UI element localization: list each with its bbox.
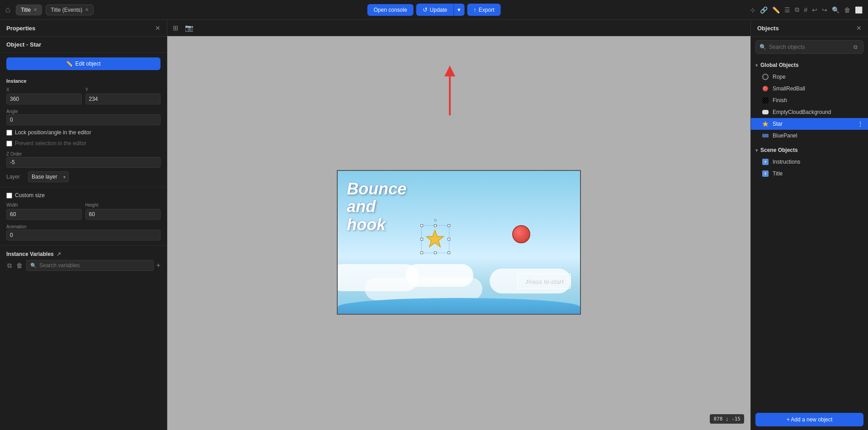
search-objects-bar: 🔍 ⧉ xyxy=(755,40,863,54)
object-item-finish-label: Finish xyxy=(773,97,854,104)
handle-rotate[interactable] xyxy=(434,219,437,222)
handle-tr[interactable] xyxy=(448,224,450,227)
handle-mr[interactable] xyxy=(448,238,450,241)
svg-marker-2 xyxy=(426,230,443,247)
blue-panel-icon xyxy=(762,132,769,139)
star-list-icon xyxy=(762,120,769,128)
width-field: Width xyxy=(6,203,82,220)
zorder-label: Z Order xyxy=(6,151,22,156)
objects-list: ▾ Global Objects Rope ⋮ SmallRedBall ⋮ xyxy=(751,57,868,409)
object-item-emptycloudbackground-label: EmptyCloudBackground xyxy=(773,109,854,115)
custom-size-row: Custom size xyxy=(0,190,167,201)
tab-events-close[interactable]: ✕ xyxy=(85,7,89,12)
handle-tm[interactable] xyxy=(434,224,437,227)
window-icon[interactable]: ⬜ xyxy=(855,6,863,14)
link-icon[interactable]: 🔗 xyxy=(760,6,768,14)
home-icon[interactable]: ⌂ xyxy=(5,5,10,14)
handle-br[interactable] xyxy=(448,251,450,254)
edit-object-button[interactable]: ✏️ Edit object xyxy=(6,57,160,70)
pointer-icon[interactable]: ⊹ xyxy=(750,6,755,14)
layers-icon[interactable]: ⧉ xyxy=(795,6,799,14)
x-input[interactable] xyxy=(6,94,82,104)
prevent-label: Prevent selection in the editor xyxy=(15,140,86,146)
game-canvas[interactable]: Bounce and hook xyxy=(337,170,581,315)
export-button[interactable]: ↑ Export xyxy=(467,4,500,16)
handle-ml[interactable] xyxy=(420,238,423,241)
hash-icon[interactable]: # xyxy=(804,6,807,14)
small-red-ball-icon xyxy=(762,85,769,92)
object-item-bluepanel[interactable]: BluePanel ⋮ xyxy=(751,130,868,142)
left-panel-close[interactable]: ✕ xyxy=(155,24,160,32)
global-objects-header[interactable]: ▾ Global Objects xyxy=(751,59,868,71)
canvas-wrapper: ⊞ 📷 Bounce xyxy=(167,20,750,430)
y-input[interactable] xyxy=(85,94,161,104)
y-label: Y xyxy=(85,87,161,92)
add-object-button[interactable]: + Add a new object xyxy=(755,413,863,426)
handle-tl[interactable] xyxy=(420,224,423,227)
tab-title[interactable]: Title ✕ xyxy=(16,5,42,15)
search-variables-input[interactable] xyxy=(39,262,150,269)
layer-text-label: Layer xyxy=(6,174,24,180)
object-item-rope[interactable]: Rope ⋮ xyxy=(751,71,868,83)
instructions-icon: T xyxy=(762,158,769,165)
angle-input[interactable] xyxy=(6,114,160,125)
pencil-icon[interactable]: ✏️ xyxy=(772,6,780,14)
redo-icon[interactable]: ↪ xyxy=(822,6,827,14)
camera-icon[interactable]: 📷 xyxy=(185,24,193,32)
right-panel-close[interactable]: ✕ xyxy=(856,24,862,32)
x-label: X xyxy=(6,87,82,92)
empty-cloud-icon xyxy=(762,109,769,116)
delete-icon[interactable]: 🗑 xyxy=(844,6,850,14)
update-button[interactable]: ↺ Update xyxy=(416,4,454,16)
search-scene-icon[interactable]: 🔍 xyxy=(832,6,840,14)
star-selection-box[interactable] xyxy=(421,225,449,253)
red-ball xyxy=(512,225,530,243)
lock-checkbox[interactable] xyxy=(6,130,12,136)
layer-select[interactable]: Base layer xyxy=(28,171,69,182)
toolbar-center: Open console ↺ Update ▾ ↑ Export xyxy=(368,4,501,16)
object-item-emptycloudbackground[interactable]: EmptyCloudBackground ⋮ xyxy=(751,106,868,118)
canvas-area[interactable]: Bounce and hook xyxy=(167,36,750,430)
object-item-finish[interactable]: Finish ⋮ xyxy=(751,95,868,106)
custom-size-checkbox[interactable] xyxy=(6,193,12,198)
object-item-star[interactable]: Star ⋮ xyxy=(751,118,868,130)
copy-var-button[interactable]: ⧉ xyxy=(6,261,13,270)
add-variable-button[interactable]: + xyxy=(156,261,160,269)
custom-size-label: Custom size xyxy=(15,192,45,198)
object-item-instructions[interactable]: T Instructions ⋮ xyxy=(751,156,868,168)
zorder-input[interactable] xyxy=(6,157,160,168)
zorder-field: Z Order xyxy=(0,149,167,170)
rope-icon xyxy=(762,73,769,80)
external-link-icon[interactable]: ↗ xyxy=(57,251,61,257)
search-objects-icon: 🔍 xyxy=(760,44,766,50)
search-objects-input[interactable] xyxy=(769,44,849,50)
object-item-smallredball[interactable]: SmallRedBall ⋮ xyxy=(751,83,868,95)
instance-section-label: Instance xyxy=(0,75,167,85)
width-input[interactable] xyxy=(6,209,82,220)
lock-checkbox-row: Lock position/angle in the editor xyxy=(0,127,167,138)
prevent-checkbox[interactable] xyxy=(6,141,12,146)
arrow-indicator xyxy=(443,66,456,115)
handle-bm[interactable] xyxy=(434,251,437,254)
object-item-title[interactable]: T Title ⋮ xyxy=(751,168,868,180)
finish-icon xyxy=(762,97,769,104)
layout-icon[interactable]: ⊞ xyxy=(173,24,179,32)
handle-bl[interactable] xyxy=(420,251,423,254)
scene-objects-label: Scene Objects xyxy=(760,147,798,153)
animation-input[interactable] xyxy=(6,230,160,241)
right-panel-title: Objects xyxy=(757,25,779,32)
tab-title-events[interactable]: Title (Events) ✕ xyxy=(46,5,94,15)
list-icon[interactable]: ☰ xyxy=(784,6,790,14)
undo-icon[interactable]: ↩ xyxy=(812,6,817,14)
right-panel: Objects ✕ 🔍 ⧉ ▾ Global Objects Rope ⋮ xyxy=(750,20,868,430)
open-console-button[interactable]: Open console xyxy=(368,4,414,16)
delete-var-button[interactable]: 🗑 xyxy=(15,261,24,270)
scene-objects-header[interactable]: ▾ Scene Objects xyxy=(751,144,868,156)
star-svg xyxy=(425,229,444,248)
update-dropdown-button[interactable]: ▾ xyxy=(453,4,464,16)
tab-title-close[interactable]: ✕ xyxy=(33,7,37,12)
object-item-star-menu[interactable]: ⋮ xyxy=(857,120,863,128)
copy-objects-button[interactable]: ⧉ xyxy=(852,43,859,51)
object-item-instructions-label: Instructions xyxy=(773,159,854,165)
height-input[interactable] xyxy=(85,209,161,220)
